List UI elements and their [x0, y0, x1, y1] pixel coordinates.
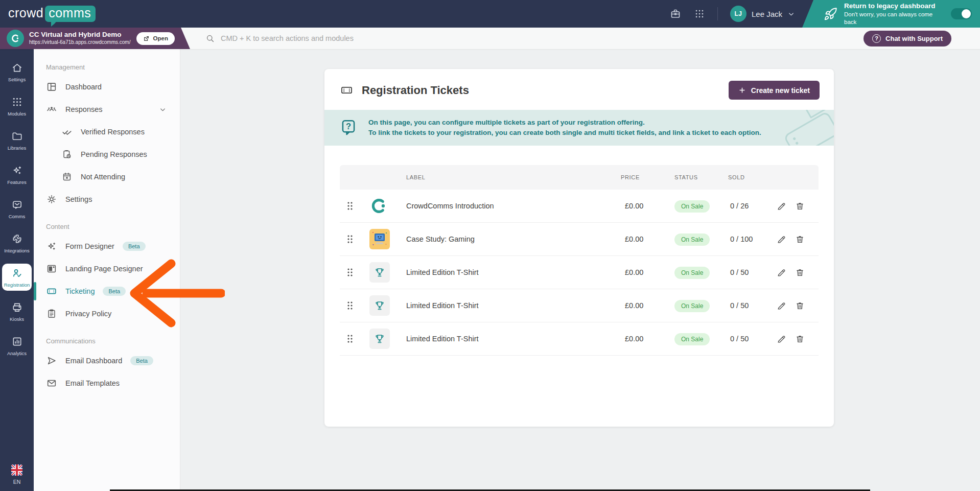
calendar-x-icon	[61, 171, 73, 182]
language-switcher[interactable]: EN	[11, 464, 22, 485]
event-titles: CC Virtual and Hybrid Demo https://virtu…	[29, 31, 129, 45]
ticket-icon	[46, 286, 57, 297]
header-sold: SOLD	[728, 174, 777, 180]
app-window: crowd comms LJ Lee Jack	[0, 0, 980, 491]
beta-badge: Beta	[130, 356, 153, 365]
rail-item-kiosks[interactable]: Kiosks	[2, 298, 32, 325]
chevron-down-icon[interactable]	[159, 106, 167, 113]
create-new-ticket-button[interactable]: Create new ticket	[729, 81, 820, 100]
edit-icon[interactable]	[777, 201, 786, 211]
rail-item-integrations[interactable]: Integrations	[2, 229, 32, 256]
delete-icon[interactable]	[795, 235, 805, 244]
decorative-tickets-icon	[758, 110, 834, 146]
sidebar-item-responses[interactable]: Responses	[34, 98, 180, 121]
plus-icon	[738, 86, 746, 94]
sidebar-item-verified-responses[interactable]: Verified Responses	[34, 121, 180, 143]
folder-icon	[11, 130, 23, 142]
drag-handle-icon[interactable]	[340, 233, 360, 245]
printer-icon	[11, 301, 23, 313]
briefcase-icon[interactable]	[669, 8, 682, 20]
top-bar: crowd comms LJ Lee Jack	[0, 0, 980, 28]
send-icon	[46, 355, 57, 366]
page-title: Registration Tickets	[362, 84, 469, 97]
section-title-content: Content	[34, 223, 180, 235]
drag-handle-icon[interactable]	[340, 267, 360, 278]
topbar-divider	[717, 7, 718, 20]
sidebar-item-privacy-policy[interactable]: Privacy Policy	[34, 302, 180, 325]
rail-item-analytics[interactable]: Analytics	[2, 332, 32, 359]
header-label: LABEL	[396, 174, 621, 180]
info-banner: ? On this page, you can configure multip…	[324, 110, 834, 146]
rail-item-features[interactable]: Features	[2, 161, 32, 188]
rail-item-modules[interactable]: Modules	[2, 92, 32, 120]
ticket-label: Limited Edition T-Shirt	[396, 335, 621, 343]
ticket-icon	[340, 83, 354, 97]
trophy-icon	[369, 262, 390, 283]
status-badge: On Sale	[674, 233, 710, 246]
sidebar-item-landing-page-designer[interactable]: Landing Page Designer	[34, 258, 180, 280]
chevron-down-icon	[787, 10, 795, 18]
ticket-price: £0.00	[621, 268, 674, 276]
legacy-text: Return to legacy dashboard Don't worry, …	[844, 2, 944, 26]
event-url: https://virtual-6a71b.apps.crowdcomms.co…	[29, 39, 129, 46]
sidebar-item-email-templates[interactable]: Email Templates	[34, 372, 180, 394]
sidebar-item-pending-responses[interactable]: Pending Responses	[34, 143, 180, 166]
dashboard-icon	[46, 81, 57, 92]
section-title-management: Management	[34, 63, 180, 76]
global-search	[190, 34, 864, 43]
legacy-subtitle: Don't worry, you can always come back	[844, 11, 944, 26]
beta-badge: Beta	[123, 242, 146, 251]
edit-icon[interactable]	[777, 268, 786, 277]
delete-icon[interactable]	[795, 334, 805, 344]
status-badge: On Sale	[674, 300, 710, 312]
event-name: CC Virtual and Hybrid Demo	[29, 31, 129, 39]
chat-with-support-button[interactable]: Chat with Support	[864, 31, 951, 46]
apps-grid-icon[interactable]	[694, 8, 705, 19]
svg-text:?: ?	[346, 122, 351, 131]
delete-icon[interactable]	[795, 201, 805, 211]
open-event-button[interactable]: Open	[136, 32, 175, 45]
section-title-communications: Communications	[34, 337, 180, 349]
search-input[interactable]	[221, 34, 538, 42]
envelope-icon	[46, 378, 57, 389]
status-badge: On Sale	[674, 267, 710, 279]
sidebar-item-dashboard[interactable]: Dashboard	[34, 76, 180, 98]
legacy-toggle[interactable]	[951, 8, 972, 19]
ticket-sold: 0 / 50	[728, 301, 777, 310]
rail-item-comms[interactable]: Comms	[2, 195, 32, 222]
header-price: PRICE	[621, 174, 674, 180]
sidebar-item-not-attending[interactable]: Not Attending	[34, 166, 180, 188]
header-status: STATUS	[674, 174, 728, 180]
rail-item-libraries[interactable]: Libraries	[2, 127, 32, 154]
event-bar: CC Virtual and Hybrid Demo https://virtu…	[0, 28, 980, 49]
sidebar-item-form-designer[interactable]: Form Designer Beta	[34, 235, 180, 258]
double-check-icon	[61, 126, 73, 137]
mail-bubble-icon	[11, 199, 23, 211]
edit-icon[interactable]	[777, 301, 786, 311]
ticket-label: CrowdComms Introduction	[396, 202, 621, 210]
ticket-sold: 0 / 50	[728, 335, 777, 343]
chat-label: Chat with Support	[885, 35, 943, 42]
delete-icon[interactable]	[795, 268, 805, 277]
edit-icon[interactable]	[777, 334, 786, 344]
ticket-sold: 0 / 50	[728, 268, 777, 276]
event-info: CC Virtual and Hybrid Demo https://virtu…	[0, 28, 190, 49]
avatar: LJ	[730, 6, 746, 22]
rail-item-registration[interactable]: Registration	[2, 264, 32, 291]
delete-icon[interactable]	[795, 301, 805, 311]
section-gap	[34, 325, 180, 337]
drag-handle-icon[interactable]	[340, 333, 360, 344]
sidebar-item-ticketing[interactable]: Ticketing Beta	[34, 280, 180, 302]
drag-handle-icon[interactable]	[340, 300, 360, 311]
sidebar-item-email-dashboard[interactable]: Email Dashboard Beta	[34, 349, 180, 372]
sidebar-item-settings[interactable]: Settings	[34, 188, 180, 211]
user-menu[interactable]: LJ Lee Jack	[730, 6, 795, 22]
clipboard-icon	[46, 308, 57, 319]
ticket-sold: 0 / 26	[728, 202, 777, 210]
edit-icon[interactable]	[777, 235, 786, 244]
sparkles-icon	[11, 165, 23, 176]
grid-dots-icon	[11, 96, 23, 108]
rail-item-settings[interactable]: Settings	[2, 58, 32, 85]
event-logo	[7, 30, 24, 47]
drag-handle-icon[interactable]	[340, 200, 360, 212]
